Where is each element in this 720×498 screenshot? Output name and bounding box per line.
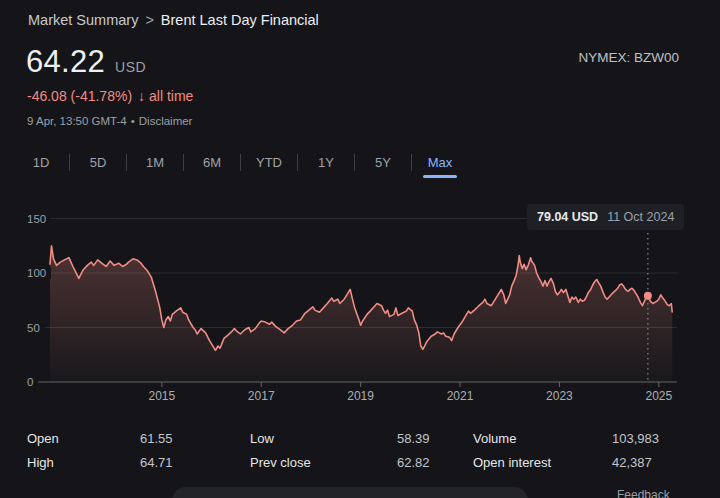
- bottom-sheet-handle[interactable]: [172, 487, 528, 498]
- y-axis-label-50: 50: [27, 322, 45, 334]
- x-axis-label-2015: 2015: [148, 389, 175, 403]
- stat-value: 58.39: [397, 431, 430, 446]
- stat-value: 103,983: [612, 431, 659, 446]
- stat-open-interest: Open interest42,387: [473, 450, 659, 474]
- finance-page: Market Summary>Brent Last Day Financial …: [0, 0, 720, 498]
- stats-column-1: Open61.55High64.71: [27, 426, 173, 474]
- stat-label: Volume: [473, 431, 612, 446]
- stats-column-2: Low58.39Prev close62.82: [250, 426, 430, 474]
- stats-column-3: Volume103,983Open interest42,387: [473, 426, 659, 474]
- x-axis-label-2021: 2021: [447, 389, 474, 403]
- x-axis-label-2025: 2025: [645, 389, 672, 403]
- hover-point-marker: [644, 292, 652, 300]
- stat-label: Prev close: [250, 455, 397, 470]
- x-axis-label-2017: 2017: [248, 389, 275, 403]
- feedback-link[interactable]: Feedback: [617, 488, 670, 498]
- stat-value: 42,387: [612, 455, 652, 470]
- stat-label: Low: [250, 431, 397, 446]
- stat-value: 62.82: [397, 455, 430, 470]
- stat-volume: Volume103,983: [473, 426, 659, 450]
- stat-high: High64.71: [27, 450, 173, 474]
- y-axis-label-100: 100: [27, 267, 51, 279]
- x-axis-label-2023: 2023: [546, 389, 573, 403]
- tooltip-price: 79.04 USD: [537, 210, 598, 224]
- stat-label: High: [27, 455, 140, 470]
- stat-value: 64.71: [140, 455, 173, 470]
- stat-value: 61.55: [140, 431, 173, 446]
- x-axis-label-2019: 2019: [347, 389, 374, 403]
- stat-label: Open interest: [473, 455, 612, 470]
- chart-tooltip: 79.04 USD 11 Oct 2024: [527, 204, 684, 230]
- stat-prev-close: Prev close62.82: [250, 450, 430, 474]
- stat-open: Open61.55: [27, 426, 173, 450]
- y-axis-label-150: 150: [27, 213, 51, 225]
- y-axis-label-0: 0: [27, 376, 38, 388]
- stat-label: Open: [27, 431, 140, 446]
- stat-low: Low58.39: [250, 426, 430, 450]
- tooltip-date: 11 Oct 2024: [607, 210, 674, 224]
